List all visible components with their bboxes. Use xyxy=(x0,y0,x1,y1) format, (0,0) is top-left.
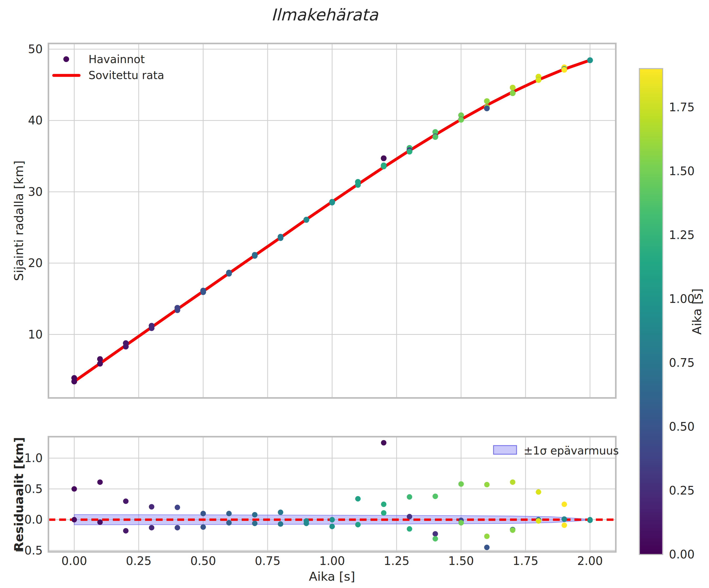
colorbar-tick-label: 0.75 xyxy=(669,356,694,369)
observation-point xyxy=(587,57,593,63)
x-tick-label: 0.75 xyxy=(255,554,281,568)
observation-point xyxy=(355,182,361,188)
residual-y-tick-label: 0.0 xyxy=(24,513,43,526)
residual-point xyxy=(97,519,103,525)
residual-point xyxy=(149,504,155,509)
observation-point xyxy=(278,235,284,241)
x-tick-label: 1.00 xyxy=(319,554,345,568)
residual-point xyxy=(381,510,387,516)
residual-point xyxy=(432,531,438,537)
observation-point xyxy=(226,271,232,276)
x-tick-label: 0.50 xyxy=(190,554,216,568)
observation-point xyxy=(304,217,309,223)
residual-point xyxy=(123,499,129,504)
residual-y-axis-label: Residuaalit [km] xyxy=(11,437,26,552)
observation-point xyxy=(484,106,490,111)
residual-point xyxy=(484,482,490,487)
colorbar-bar xyxy=(639,69,663,555)
figure-title: Ilmakehärata xyxy=(271,5,379,24)
observation-point xyxy=(330,200,335,206)
observation-point xyxy=(406,149,412,155)
observation-point xyxy=(510,90,516,96)
residual-point xyxy=(304,521,309,526)
residual-point xyxy=(587,517,593,523)
residual-point xyxy=(510,528,516,533)
observation-point xyxy=(123,344,129,349)
x-axis-label: Aika [s] xyxy=(309,569,355,584)
residual-point xyxy=(432,536,438,541)
residual-point xyxy=(561,523,567,528)
residual-point xyxy=(201,525,206,530)
observation-point xyxy=(252,253,258,259)
colorbar-tick-label: 0.25 xyxy=(669,484,694,497)
main-y-tick-label: 40 xyxy=(28,114,43,127)
residual-point xyxy=(484,544,490,550)
residual-point xyxy=(407,494,412,500)
residual-point xyxy=(561,516,567,522)
x-tick-label: 2.00 xyxy=(577,554,603,568)
x-tick-label: 0.00 xyxy=(61,554,87,568)
gridlines-layer xyxy=(48,44,616,552)
observation-point xyxy=(72,379,77,384)
figure: 1020304050−0.50.00.51.00.000.250.500.751… xyxy=(0,0,709,588)
legend-label-uncertainty: ±1σ epävarmuus xyxy=(524,444,619,457)
residual-point xyxy=(458,481,464,487)
residual-point xyxy=(330,524,335,529)
residual-point xyxy=(252,512,258,517)
residual-point xyxy=(536,518,541,524)
observation-point xyxy=(97,361,103,367)
observation-point xyxy=(175,308,180,313)
main-y-tick-label: 10 xyxy=(28,328,43,341)
main-y-axis-label: Sijainti radalla [km] xyxy=(11,160,26,281)
colorbar-layer: 0.000.250.500.751.001.251.501.75 xyxy=(639,69,694,561)
x-tick-label: 1.50 xyxy=(448,554,474,568)
observation-point xyxy=(536,77,542,83)
observation-point xyxy=(432,134,438,140)
observation-point xyxy=(381,156,387,161)
colorbar-tick-label: 0.00 xyxy=(669,548,694,561)
observation-point xyxy=(149,325,155,331)
residual-point xyxy=(458,520,464,526)
colorbar-tick-label: 1.25 xyxy=(669,228,694,242)
residual-point xyxy=(536,489,541,495)
legend-label-havainnot: Havainnot xyxy=(88,53,145,66)
observation-point xyxy=(381,164,387,169)
observation-point xyxy=(200,289,206,295)
residual-y-tick-label: 0.5 xyxy=(24,482,43,496)
residual-point xyxy=(175,505,180,510)
residual-point xyxy=(278,509,283,515)
observation-point xyxy=(458,117,464,123)
residual-point xyxy=(226,520,232,526)
residual-y-tick-label: 1.0 xyxy=(24,451,43,465)
main-y-tick-label: 20 xyxy=(28,256,43,270)
residual-point xyxy=(510,479,516,485)
observation-point xyxy=(510,85,516,90)
residual-point xyxy=(407,526,412,532)
observation-point xyxy=(561,67,567,73)
colorbar-tick-label: 1.50 xyxy=(669,164,694,178)
residual-point xyxy=(149,525,155,530)
observation-point xyxy=(484,98,490,104)
residual-point xyxy=(252,521,258,526)
residual-point xyxy=(355,496,361,502)
residual-point xyxy=(175,525,180,530)
residual-point xyxy=(72,517,77,523)
legend-band-patch-icon xyxy=(494,446,517,454)
residual-point xyxy=(407,514,412,519)
main-y-tick-label: 30 xyxy=(28,185,43,198)
legend-residual: ±1σ epävarmuus xyxy=(494,444,619,457)
residual-point xyxy=(561,502,567,507)
colorbar-label: Aika [s] xyxy=(690,289,704,335)
residual-point xyxy=(123,528,129,534)
chart-svg: 1020304050−0.50.00.51.00.000.250.500.751… xyxy=(0,0,709,588)
residual-point xyxy=(330,517,335,523)
residual-point xyxy=(201,511,206,516)
residual-point xyxy=(97,479,103,485)
legend-havainnot-marker-icon xyxy=(63,56,69,62)
residual-point xyxy=(484,534,490,539)
legend-label-sovitettu-rata: Sovitettu rata xyxy=(88,69,164,82)
colorbar-tick-label: 0.50 xyxy=(669,420,694,433)
residual-point xyxy=(72,486,77,492)
legend-main: Havainnot Sovitettu rata xyxy=(54,53,164,82)
residual-point xyxy=(278,521,283,527)
